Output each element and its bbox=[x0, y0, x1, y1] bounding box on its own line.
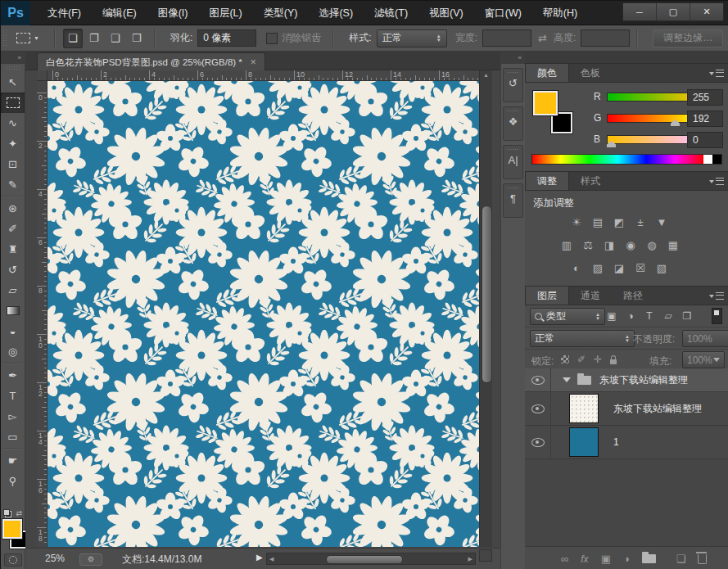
new-layer-button[interactable]: ❏ bbox=[676, 553, 686, 564]
zoom-tool[interactable]: ⚲ bbox=[1, 471, 25, 491]
brightness-contrast-adjustment-icon[interactable]: ☀ bbox=[567, 215, 586, 230]
panel-menu-icon[interactable] bbox=[709, 291, 724, 300]
pen-tool[interactable]: ✒ bbox=[1, 365, 25, 386]
panel-collapse-header[interactable]: « bbox=[501, 52, 525, 64]
blend-mode-select[interactable]: 正常 ▲▼ bbox=[530, 330, 635, 347]
swap-colors-icon[interactable]: ⇄ bbox=[16, 509, 22, 517]
black-swatch[interactable] bbox=[712, 155, 721, 164]
new-selection-button[interactable]: ❏ bbox=[63, 29, 83, 48]
refine-edge-button[interactable]: 调整边缘… bbox=[653, 29, 723, 47]
color-balance-adjustment-icon[interactable]: ⚖ bbox=[579, 237, 597, 253]
path-selection-tool[interactable]: ▻ bbox=[1, 406, 25, 427]
exposure-adjustment-icon[interactable]: ± bbox=[631, 215, 649, 230]
minimize-button[interactable]: ─ bbox=[623, 3, 657, 20]
black-white-adjustment-icon[interactable]: ◨ bbox=[600, 237, 618, 253]
delete-layer-button[interactable] bbox=[698, 554, 707, 564]
vertical-scrollbar[interactable]: ▲ bbox=[479, 70, 492, 547]
visibility-cell[interactable] bbox=[525, 368, 551, 391]
layer-thumbnail[interactable] bbox=[569, 427, 599, 457]
new-group-button[interactable] bbox=[642, 554, 656, 563]
crop-tool[interactable]: ⊡ bbox=[1, 154, 25, 174]
brush-tool[interactable]: ✐ bbox=[1, 219, 25, 239]
add-to-selection-button[interactable]: ❐ bbox=[84, 29, 104, 48]
tab-color[interactable]: 颜色 bbox=[525, 63, 569, 82]
filter-shape-layers-icon[interactable]: ▱ bbox=[662, 308, 675, 323]
lock-transparency-icon[interactable] bbox=[561, 355, 569, 364]
dodge-tool[interactable]: ◎ bbox=[1, 341, 25, 362]
quick-mask-button[interactable] bbox=[4, 553, 22, 567]
visibility-cell[interactable] bbox=[525, 392, 551, 425]
spectrum-gradient[interactable] bbox=[532, 155, 703, 164]
tab-adjustments[interactable]: 调整 bbox=[525, 171, 569, 190]
gradient-map-adjustment-icon[interactable]: ▧ bbox=[653, 260, 671, 276]
default-colors-icon[interactable] bbox=[3, 509, 11, 517]
color-spectrum-ramp[interactable] bbox=[531, 154, 722, 165]
lock-all-icon[interactable] bbox=[610, 359, 617, 364]
horizontal-scrollbar[interactable]: ◀ ▶ bbox=[266, 553, 476, 565]
hue-saturation-adjustment-icon[interactable]: ▥ bbox=[558, 237, 576, 253]
layer-row[interactable]: 东坡下载站编辑整理 bbox=[525, 392, 728, 426]
channel-slider-track[interactable] bbox=[607, 114, 699, 123]
type-tool[interactable]: T bbox=[1, 386, 25, 406]
height-input[interactable] bbox=[581, 29, 630, 47]
menu-item-编辑(E)[interactable]: 编辑(E) bbox=[92, 1, 147, 25]
filter-kind-select[interactable]: 类型 ▲▼ bbox=[530, 308, 605, 325]
subtract-from-selection-button[interactable]: ❑ bbox=[106, 29, 125, 48]
layer-row[interactable]: 1 bbox=[525, 426, 728, 459]
style-select[interactable]: 正常 ▲▼ bbox=[377, 29, 447, 47]
gradient-tool[interactable] bbox=[1, 300, 25, 321]
posterize-adjustment-icon[interactable]: ▨ bbox=[589, 260, 607, 276]
channel-mixer-adjustment-icon[interactable]: ◍ bbox=[643, 237, 661, 253]
layer-thumbnail[interactable] bbox=[569, 394, 599, 423]
status-flyout-icon[interactable]: ▶ bbox=[256, 553, 263, 562]
tool-preset-picker[interactable]: ▼ bbox=[8, 33, 47, 43]
close-button[interactable]: ✕ bbox=[690, 3, 723, 20]
move-tool[interactable]: ↖ bbox=[1, 72, 25, 93]
filter-type-layers-icon[interactable]: T bbox=[643, 308, 656, 323]
curves-adjustment-icon[interactable]: ◩ bbox=[610, 215, 628, 230]
menu-item-视图(V)[interactable]: 视图(V) bbox=[418, 1, 474, 25]
menu-item-窗口(W)[interactable]: 窗口(W) bbox=[474, 1, 532, 25]
photo-filter-adjustment-icon[interactable]: ◉ bbox=[622, 237, 640, 253]
spot-healing-brush-tool[interactable]: ⊛ bbox=[1, 198, 25, 219]
character-panel-button[interactable]: A| bbox=[503, 145, 523, 179]
panel-menu-icon[interactable] bbox=[709, 177, 724, 186]
eye-icon[interactable] bbox=[531, 376, 545, 385]
channel-value-field[interactable]: 192 bbox=[687, 111, 723, 127]
foreground-color-swatch[interactable] bbox=[533, 91, 558, 115]
lock-position-icon[interactable]: ✛ bbox=[594, 354, 602, 364]
eyedropper-tool[interactable]: ✎ bbox=[1, 174, 25, 195]
tab-close-icon[interactable]: × bbox=[251, 56, 256, 68]
rectangular-marquee-tool[interactable] bbox=[1, 93, 25, 113]
tab-styles[interactable]: 样式 bbox=[569, 172, 612, 190]
visibility-cell[interactable] bbox=[525, 426, 551, 458]
paragraph-panel-button[interactable]: ¶ bbox=[503, 183, 523, 218]
levels-adjustment-icon[interactable]: ▤ bbox=[589, 215, 607, 230]
history-brush-tool[interactable]: ↺ bbox=[1, 260, 25, 280]
rectangle-tool[interactable]: ▭ bbox=[1, 427, 25, 447]
history-panel-button[interactable]: ↺ bbox=[503, 68, 523, 102]
layer-style-button[interactable]: fx bbox=[581, 554, 588, 564]
channel-value-field[interactable]: 255 bbox=[687, 89, 723, 106]
filter-pixel-layers-icon[interactable]: ▣ bbox=[605, 308, 618, 323]
menu-item-类型(Y)[interactable]: 类型(Y) bbox=[253, 1, 309, 25]
menu-item-图像(I)[interactable]: 图像(I) bbox=[147, 1, 199, 25]
hand-tool[interactable]: ☛ bbox=[1, 450, 25, 471]
intersect-selection-button[interactable]: ❒ bbox=[127, 29, 147, 48]
antialias-checkbox[interactable] bbox=[266, 33, 278, 44]
new-adjustment-layer-button[interactable]: ◑ bbox=[623, 553, 630, 564]
layer-filtering-toggle[interactable] bbox=[712, 308, 722, 324]
vertical-scrollbar-thumb[interactable] bbox=[482, 205, 492, 383]
menu-item-滤镜(T)[interactable]: 滤镜(T) bbox=[364, 1, 418, 25]
menu-item-图层(L)[interactable]: 图层(L) bbox=[198, 1, 252, 25]
lock-pixels-icon[interactable]: ✐ bbox=[577, 354, 586, 364]
eye-icon[interactable] bbox=[531, 438, 545, 447]
vertical-ruler[interactable]: 024681 01 21 41 61 8 bbox=[37, 81, 47, 547]
lasso-tool[interactable]: ∿ bbox=[1, 113, 25, 133]
clone-stamp-tool[interactable]: ♜ bbox=[1, 239, 25, 260]
expand-triangle-icon[interactable] bbox=[563, 377, 571, 382]
scroll-left-icon[interactable]: ◀ bbox=[269, 556, 274, 562]
menu-item-选择(S)[interactable]: 选择(S) bbox=[308, 1, 364, 25]
horizontal-scrollbar-thumb[interactable] bbox=[326, 555, 403, 564]
vibrance-adjustment-icon[interactable]: ▼ bbox=[653, 215, 671, 230]
